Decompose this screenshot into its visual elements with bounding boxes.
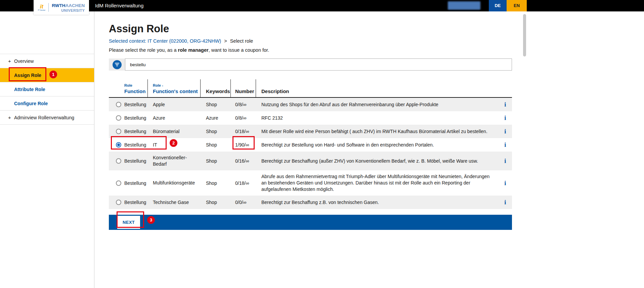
rwth-wordmark: RWTHAACHEN UNIVERSITY <box>52 2 85 12</box>
role-search-bar <box>109 58 512 71</box>
table-row-azure[interactable]: Bestellung Azure Azure 0/8/∞ RFC 2132 i <box>109 111 512 125</box>
role-radio[interactable] <box>116 180 121 186</box>
selected-context-link[interactable]: Selected context: IT Center (022000, ORG… <box>109 38 221 44</box>
action-bar: NEXT <box>109 215 512 230</box>
role-content: Multifunktionsgeräte <box>148 180 201 186</box>
header-role-function[interactable]: Role Function <box>109 79 148 97</box>
sidebar-item-label: Configure Role <box>14 101 48 106</box>
role-keywords: Shop <box>201 129 231 134</box>
info-icon[interactable]: i <box>504 179 506 187</box>
role-description: Mit dieser Rolle wird eine Person befähi… <box>256 128 499 135</box>
role-keywords: Shop <box>201 180 231 186</box>
roles-table: Role Function Role - Function's content … <box>109 79 512 209</box>
plus-icon: + <box>8 115 14 120</box>
header-description: Description <box>256 79 512 97</box>
role-radio[interactable] <box>116 115 121 121</box>
role-function: Bestellung <box>124 180 146 186</box>
breadcrumb-separator: > <box>224 38 227 44</box>
it-center-logo-icon: it IT Center <box>38 4 46 11</box>
sidebar-item-adminview[interactable]: + Adminview Rollenverwaltung <box>0 111 94 125</box>
role-content: Technische Gase <box>148 199 201 206</box>
role-keywords: Azure <box>201 115 231 121</box>
role-function: Bestellung <box>124 115 146 121</box>
role-description: Nutzung des Shops für den Abruf aus der … <box>256 101 499 108</box>
role-content: Azure <box>148 115 201 121</box>
info-icon[interactable]: i <box>504 101 506 108</box>
page-title: Assign Role <box>109 24 512 34</box>
filter-icon <box>113 60 122 69</box>
main-content: Assign Role Selected context: IT Center … <box>109 11 512 230</box>
role-function: Bestellung <box>124 158 146 164</box>
role-radio[interactable] <box>116 158 121 164</box>
rwth-it-center-logo: it IT Center RWTHAACHEN UNIVERSITY <box>34 0 89 15</box>
header-keywords: Keywords <box>201 79 231 97</box>
table-row-bueromaterial[interactable]: Bestellung Büromaterial Shop 0/18/∞ Mit … <box>109 125 512 138</box>
instruction-bold: role manager <box>178 47 209 53</box>
role-keywords: Shop <box>201 200 231 205</box>
filter-button[interactable] <box>109 58 125 71</box>
info-icon[interactable]: i <box>504 114 506 121</box>
language-de-button[interactable]: DE <box>489 0 507 11</box>
instruction-pre: Please select the role you, as a <box>109 47 178 53</box>
role-radio[interactable] <box>116 102 121 107</box>
header-functions-content[interactable]: Role - Function's content <box>148 79 201 97</box>
table-row-apple[interactable]: Bestellung Apple Shop 0/8/∞ Nutzung des … <box>109 98 512 111</box>
role-number: 1/90/∞ <box>231 142 256 148</box>
next-button[interactable]: NEXT <box>117 216 140 229</box>
info-icon[interactable]: i <box>504 141 506 148</box>
role-number: 0/18/∞ <box>231 180 256 186</box>
topbar: IdM Rollenverwaltung DE EN <box>0 0 644 11</box>
breadcrumb-current: Select role <box>230 38 253 44</box>
role-keywords: Shop <box>201 158 231 164</box>
role-content: Büromaterial <box>148 128 201 135</box>
logo-divider <box>48 3 49 12</box>
role-keywords: Shop <box>201 102 231 107</box>
sidebar-item-assign-role[interactable]: Assign Role <box>0 68 94 82</box>
sidebar-item-label: Overview <box>14 58 34 64</box>
info-icon[interactable]: i <box>504 157 506 164</box>
table-row-it[interactable]: Bestellung IT Shop 1/90/∞ Berechtigt zur… <box>109 138 512 152</box>
role-number: 0/0/∞ <box>231 200 256 205</box>
role-function: Bestellung <box>124 200 146 205</box>
sidebar-item-label: Assign Role <box>14 73 41 78</box>
sidebar-item-label: Attribute Role <box>14 87 45 92</box>
role-radio[interactable] <box>116 129 121 134</box>
sidebar-item-configure-role[interactable]: Configure Role <box>0 96 94 111</box>
role-function: Bestellung <box>124 102 146 107</box>
table-header: Role Function Role - Function's content … <box>109 79 512 98</box>
app-title: IdM Rollenverwaltung <box>95 0 143 11</box>
scrollbar-thumb[interactable] <box>523 14 526 56</box>
instruction-post: , want to issue a coupon for. <box>209 47 269 53</box>
role-content: Apple <box>148 101 201 108</box>
table-row-technische-gase[interactable]: Bestellung Technische Gase Shop 0/0/∞ Be… <box>109 196 512 209</box>
role-radio[interactable] <box>116 200 121 205</box>
role-description: Abrufe aus dem Rahmenmietvertrag mit Tri… <box>256 173 499 193</box>
table-row-konventioneller-bedarf[interactable]: Bestellung Konventioneller-Bedarf Shop 0… <box>109 152 512 170</box>
language-en-button[interactable]: EN <box>507 0 527 11</box>
sidebar-item-attribute-role[interactable]: Attribute Role <box>0 82 94 96</box>
role-number: 0/18/∞ <box>231 129 256 134</box>
role-keywords: Shop <box>201 142 231 148</box>
info-icon[interactable]: i <box>504 199 506 206</box>
role-content: IT <box>148 142 201 148</box>
instruction-text: Please select the role you, as a role ma… <box>109 48 512 53</box>
table-row-multifunktionsgeraete[interactable]: Bestellung Multifunktionsgeräte Shop 0/1… <box>109 170 512 196</box>
role-content: Konventioneller-Bedarf <box>148 155 201 167</box>
role-number: 0/8/∞ <box>231 102 256 107</box>
sidebar-nav: + Overview Assign Role Attribute Role Co… <box>0 54 94 125</box>
role-description: Berechtigt zur Beschaffung z.B. von tech… <box>256 199 499 206</box>
sidebar-item-overview[interactable]: + Overview <box>0 54 94 68</box>
role-number: 0/8/∞ <box>231 115 256 121</box>
role-radio-selected[interactable] <box>116 142 121 148</box>
role-description: RFC 2132 <box>256 115 499 121</box>
info-icon[interactable]: i <box>504 128 506 135</box>
role-function: Bestellung <box>124 142 146 148</box>
sidebar: + Overview Assign Role Attribute Role Co… <box>0 11 94 288</box>
username-redacted <box>448 1 480 10</box>
role-description: Berechtigt zur Beschaffung (außer ZHV) v… <box>256 158 499 164</box>
role-number: 0/16/∞ <box>231 158 256 164</box>
plus-icon: + <box>8 58 14 64</box>
role-description: Berechtigt zur Bestellung von Hard- und … <box>256 142 499 148</box>
role-search-input[interactable] <box>125 58 512 71</box>
role-function: Bestellung <box>124 129 146 134</box>
